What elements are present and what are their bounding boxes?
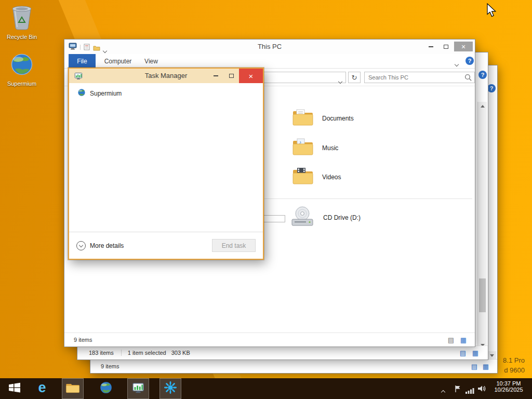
view-list-icon[interactable]: ▤: [448, 337, 454, 343]
windows-watermark: 8.1 Pro d 9600: [503, 355, 525, 375]
maximize-button[interactable]: [223, 69, 239, 83]
help-button[interactable]: ?: [466, 57, 474, 65]
search-input[interactable]: [365, 72, 474, 83]
ribbon-expand-icon[interactable]: [455, 59, 458, 68]
bg-window-a-statusbar: 183 items 1 item selected 303 KB ▤ ▦: [77, 345, 488, 360]
explorer-item-music[interactable]: ♪ Music: [292, 136, 338, 161]
minimize-button[interactable]: [208, 69, 223, 83]
tab-computer[interactable]: Computer: [102, 54, 134, 68]
supermium-icon: [99, 381, 113, 396]
chevron-down-circle-icon: [76, 241, 86, 250]
scrollbar-thumb[interactable]: [479, 278, 486, 312]
scrollbar[interactable]: [477, 102, 487, 350]
folder-icon: [65, 382, 80, 395]
process-row[interactable]: Supermium: [69, 83, 263, 99]
view-grid-icon[interactable]: ▦: [460, 337, 467, 343]
taskbar: e: [0, 378, 532, 399]
music-folder-icon: ♪: [292, 138, 314, 158]
items-count: 9 items: [101, 363, 119, 369]
supermium-process-icon: [77, 88, 86, 99]
tray-expand-icon[interactable]: [442, 387, 445, 396]
recycle-bin-shortcut[interactable]: Recycle Bin: [1, 3, 43, 40]
taskbar-clock[interactable]: 10:37 PM 10/26/2025: [489, 380, 528, 393]
scroll-up-button[interactable]: [478, 102, 487, 111]
explorer-titlebar[interactable]: This PC ×: [64, 39, 475, 54]
view-grid-icon[interactable]: ▦: [472, 350, 478, 356]
clock-date: 10/26/2025: [489, 387, 528, 393]
search-icon[interactable]: [464, 74, 472, 84]
volume-icon[interactable]: [477, 385, 487, 394]
items-count: 9 items: [74, 337, 92, 343]
minimize-button[interactable]: [424, 42, 437, 51]
refresh-button[interactable]: ↻: [348, 72, 361, 83]
more-details-toggle[interactable]: More details: [76, 241, 124, 250]
clock-time: 10:37 PM: [489, 380, 528, 387]
taskbar-item-supermium[interactable]: [95, 378, 117, 399]
help-icon[interactable]: ?: [487, 84, 496, 92]
taskmanager-window: Task Manager × Supermium: [68, 68, 264, 260]
action-center-flag-icon[interactable]: [454, 385, 461, 395]
watermark-line-1: 8.1 Pro: [503, 355, 525, 365]
documents-folder-icon: [292, 108, 314, 129]
taskmanager-titlebar[interactable]: Task Manager ×: [69, 69, 263, 83]
network-icon[interactable]: [466, 387, 474, 396]
watermark-line-2: d 9600: [503, 365, 525, 375]
supermium-icon: [10, 52, 34, 79]
sun-icon: [164, 381, 177, 396]
taskbar-item-file-explorer[interactable]: [62, 378, 84, 399]
explorer-item-label: CD Drive (D:): [323, 214, 361, 221]
search-box: [364, 72, 475, 83]
bg-window-b-statusbar: 9 items ▤ ▦: [90, 359, 497, 373]
taskbar-item-task-manager[interactable]: [127, 378, 149, 399]
task-manager-icon: [132, 381, 144, 396]
windows-logo-icon: [8, 382, 21, 395]
view-grid-icon[interactable]: ▦: [483, 363, 489, 370]
process-list: Supermium: [69, 83, 263, 232]
desktop: Recycle Bin Supermium 8.1 Pro d 9600 ? 9…: [0, 0, 532, 399]
process-name: Supermium: [90, 90, 122, 97]
recycle-bin-icon: [10, 3, 34, 32]
close-button[interactable]: ×: [454, 42, 473, 51]
close-button[interactable]: ×: [239, 69, 263, 83]
view-list-icon[interactable]: ▤: [460, 350, 466, 356]
start-button[interactable]: [2, 378, 27, 399]
taskbar-item-internet-explorer[interactable]: e: [31, 378, 53, 399]
breadcrumb-dropdown-icon[interactable]: [339, 76, 342, 85]
group-separator: [264, 198, 472, 199]
supermium-shortcut[interactable]: Supermium: [1, 52, 43, 87]
supermium-label: Supermium: [7, 81, 36, 87]
mouse-cursor: [486, 3, 497, 20]
explorer-item-documents[interactable]: Documents: [292, 106, 354, 131]
recycle-bin-label: Recycle Bin: [7, 34, 37, 40]
selection-size: 303 KB: [171, 350, 190, 356]
explorer-item-label: Videos: [322, 174, 341, 181]
end-task-button[interactable]: End task: [212, 239, 256, 252]
items-count: 183 items: [89, 350, 114, 356]
videos-folder-icon: [292, 167, 314, 188]
help-icon[interactable]: ?: [478, 71, 487, 79]
taskbar-item-sun-app[interactable]: [159, 378, 181, 399]
tab-file[interactable]: File: [69, 54, 96, 68]
window-title: This PC: [64, 43, 475, 50]
taskmanager-footer: More details End task: [69, 232, 263, 259]
explorer-item-label: Documents: [322, 115, 354, 122]
view-list-icon[interactable]: ▤: [471, 363, 477, 370]
selected-count: 1 item selected: [121, 350, 166, 356]
explorer-item-videos[interactable]: Videos: [292, 165, 341, 190]
ribbon-tabs: File Computer View ?: [64, 54, 475, 69]
explorer-statusbar: 9 items ▤ ▦: [64, 332, 475, 347]
internet-explorer-icon: e: [38, 381, 46, 395]
tab-view[interactable]: View: [139, 54, 163, 68]
more-details-label: More details: [90, 242, 124, 249]
explorer-item-label: Music: [322, 144, 338, 152]
maximize-button[interactable]: [439, 42, 453, 51]
cd-drive-icon: [290, 206, 315, 230]
explorer-item-cd-drive[interactable]: CD Drive (D:): [290, 205, 361, 230]
